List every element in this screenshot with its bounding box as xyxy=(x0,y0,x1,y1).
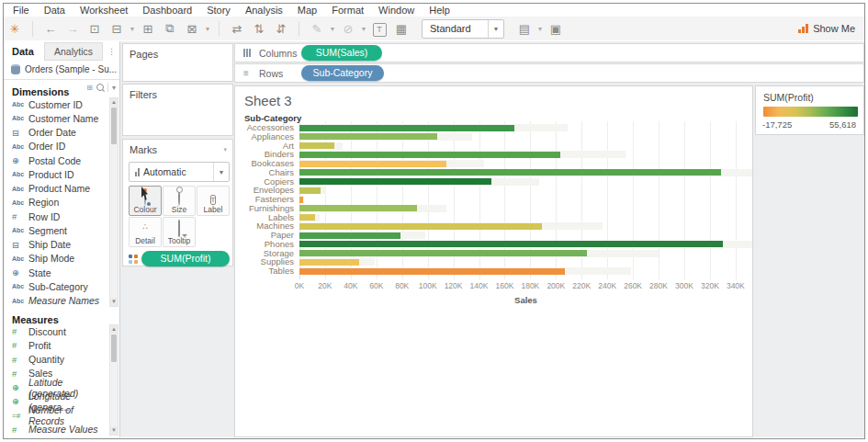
sub-category-pill[interactable]: Sub-Category xyxy=(301,65,384,81)
dimension-row-id[interactable]: #Row ID xyxy=(4,210,109,223)
undo-icon[interactable]: ← xyxy=(39,22,62,36)
dimension-customer-id[interactable]: AbcCustomer ID xyxy=(4,97,109,111)
view-data-grid-icon[interactable]: ⊞ xyxy=(86,84,93,92)
scrollbar-thumb[interactable] xyxy=(111,108,117,144)
datasource-row[interactable]: Orders (Sample - Su... xyxy=(4,62,119,76)
size-button[interactable]: Size xyxy=(163,186,196,216)
sum-sales-pill[interactable]: SUM(Sales) xyxy=(301,45,382,61)
bar[interactable] xyxy=(299,241,723,247)
dropdown-caret-icon[interactable]: ▼ xyxy=(203,26,212,32)
dimensions-scrollbar[interactable]: ▲ ▼ xyxy=(109,97,118,307)
dimension-order-id[interactable]: AbcOrder ID xyxy=(4,140,109,153)
detail-button[interactable]: ∴ Detail xyxy=(129,217,162,247)
measure-measure-values[interactable]: #Measure Values xyxy=(4,423,109,436)
bar[interactable] xyxy=(299,250,587,256)
group-members-icon[interactable]: ⊘ xyxy=(337,22,359,36)
search-icon[interactable] xyxy=(96,84,104,91)
tab-data[interactable]: Data xyxy=(4,46,44,57)
menu-item-file[interactable]: File xyxy=(6,5,37,16)
clear-sheet-icon[interactable]: ⊠ xyxy=(181,22,203,36)
measures-scrollbar[interactable]: ▲ ▼ xyxy=(109,324,118,436)
new-datasource-icon[interactable]: ⊟ xyxy=(106,22,128,36)
menu-item-story[interactable]: Story xyxy=(199,5,238,16)
sum-profit-pill[interactable]: SUM(Profit) xyxy=(141,251,230,266)
menu-item-window[interactable]: Window xyxy=(371,5,422,16)
mark-type-dropdown[interactable]: Automatic ▼ xyxy=(129,162,230,182)
measure-number-of-records[interactable]: =#Number of Records xyxy=(4,409,109,423)
pages-shelf[interactable]: Pages xyxy=(122,43,233,82)
tooltip-button[interactable]: Tooltip xyxy=(163,217,196,247)
measure-quantity[interactable]: #Quantity xyxy=(4,353,109,367)
colour-button[interactable]: Colour xyxy=(129,186,162,216)
sort-options-caret-icon[interactable]: ▾ xyxy=(112,84,116,92)
show-hide-cards-icon[interactable]: ▤ xyxy=(513,22,535,36)
measure-profit[interactable]: #Profit xyxy=(4,338,109,352)
dropdown-caret-icon[interactable]: ▼ xyxy=(328,26,337,32)
fit-selector[interactable]: Standard▼ xyxy=(422,19,504,39)
dimension-sub-category[interactable]: AbcSub-Category xyxy=(4,279,109,293)
bar[interactable] xyxy=(299,152,560,158)
bar[interactable] xyxy=(299,161,446,167)
dimension-order-date[interactable]: ⊟Order Date xyxy=(4,126,109,140)
menu-item-format[interactable]: Format xyxy=(324,5,371,16)
bar[interactable] xyxy=(299,205,417,211)
bar[interactable] xyxy=(299,223,542,230)
chevron-down-icon[interactable]: ▼ xyxy=(488,20,503,38)
bar[interactable] xyxy=(299,133,437,140)
bar[interactable] xyxy=(299,197,303,203)
scroll-up-icon[interactable]: ▲ xyxy=(110,98,118,107)
highlight-icon[interactable]: ✎ xyxy=(306,22,328,36)
dimension-state[interactable]: ⊕State xyxy=(4,266,109,279)
presentation-mode-icon[interactable]: ▣ xyxy=(545,22,567,36)
duplicate-sheet-icon[interactable]: ⧉ xyxy=(159,21,181,36)
dropdown-caret-icon[interactable]: ▼ xyxy=(359,26,368,32)
dimension-region[interactable]: AbcRegion xyxy=(4,196,109,210)
color-legend-card[interactable]: SUM(Profit) -17,725 55,618 xyxy=(755,85,864,135)
dimension-customer-name[interactable]: AbcCustomer Name xyxy=(4,111,109,125)
dimension-ship-mode[interactable]: AbcShip Mode xyxy=(4,252,109,266)
columns-shelf[interactable]: Columns SUM(Sales) xyxy=(234,43,864,62)
marks-options-caret-icon[interactable]: ▾ xyxy=(223,146,227,153)
sort-descending-icon[interactable]: ⇵ xyxy=(270,22,292,36)
menu-item-help[interactable]: Help xyxy=(422,5,457,16)
bar[interactable] xyxy=(299,169,721,176)
dimension-measure-names[interactable]: AbcMeasure Names xyxy=(4,294,109,308)
sort-ascending-icon[interactable]: ⇅ xyxy=(248,22,270,36)
menu-item-analysis[interactable]: Analysis xyxy=(238,5,290,16)
bar[interactable] xyxy=(299,142,334,149)
swap-axes-icon[interactable]: ⇄ xyxy=(226,22,248,36)
dimension-ship-date[interactable]: ⊟Ship Date xyxy=(4,238,109,252)
menu-item-worksheet[interactable]: Worksheet xyxy=(73,5,135,16)
scrollbar-thumb[interactable] xyxy=(111,334,117,362)
bar[interactable] xyxy=(299,232,400,239)
label-button[interactable]: T Label xyxy=(197,186,230,216)
scroll-down-icon[interactable]: ▼ xyxy=(110,426,118,435)
menu-item-map[interactable]: Map xyxy=(290,5,324,16)
dropdown-caret-icon[interactable]: ▼ xyxy=(535,26,545,32)
tab-analytics[interactable]: Analytics xyxy=(44,42,103,61)
bar[interactable] xyxy=(299,214,315,221)
dimension-product-name[interactable]: AbcProduct Name xyxy=(4,182,109,196)
bar[interactable] xyxy=(299,125,514,131)
new-worksheet-icon[interactable]: ⊞ xyxy=(137,22,159,36)
menu-item-data[interactable]: Data xyxy=(37,5,73,16)
dimension-postal-code[interactable]: ⊕Postal Code xyxy=(4,153,109,167)
filters-shelf[interactable]: Filters xyxy=(122,84,233,136)
tableau-logo-icon[interactable]: ✳ xyxy=(4,22,26,36)
show-mark-labels-icon[interactable]: T xyxy=(368,21,390,37)
dropdown-caret-icon[interactable]: ▼ xyxy=(128,26,137,32)
bar[interactable] xyxy=(299,268,565,275)
menu-item-dashboard[interactable]: Dashboard xyxy=(135,5,199,16)
bar[interactable] xyxy=(299,178,491,185)
scroll-up-icon[interactable]: ▲ xyxy=(110,325,118,334)
scroll-down-icon[interactable]: ▼ xyxy=(110,298,118,306)
show-me-button[interactable]: Show Me xyxy=(798,23,855,34)
dimension-segment[interactable]: AbcSegment xyxy=(4,223,109,237)
measure-discount[interactable]: #Discount xyxy=(4,324,109,338)
bar[interactable] xyxy=(299,259,359,266)
rows-shelf[interactable]: ≡ Rows Sub-Category xyxy=(234,63,864,83)
pane-options-icon[interactable]: ⋮ xyxy=(107,47,116,56)
save-icon[interactable]: ⊡ xyxy=(84,22,106,36)
fix-axes-icon[interactable]: ▦ xyxy=(390,22,412,36)
bar[interactable] xyxy=(299,187,321,194)
